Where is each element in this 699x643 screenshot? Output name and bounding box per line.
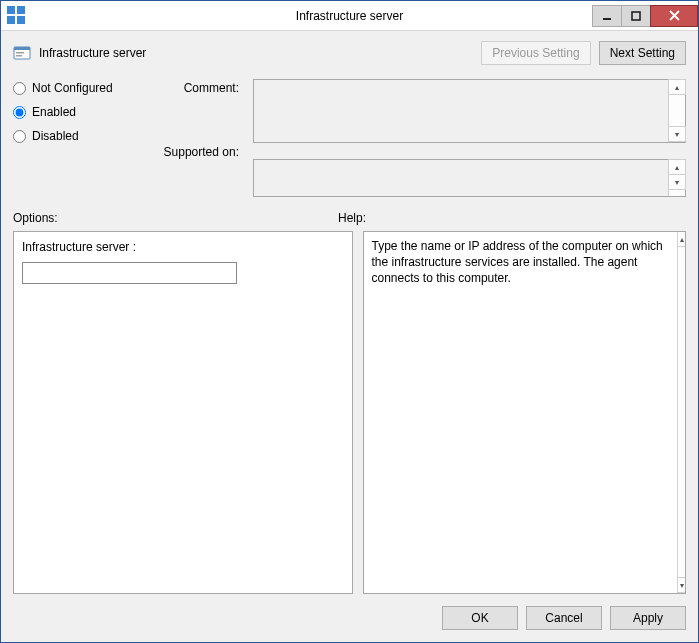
radio-enabled[interactable]: Enabled [13, 105, 143, 119]
help-text: Type the name or IP address of the compu… [364, 232, 678, 593]
help-section-label: Help: [338, 211, 366, 225]
scroll-up-icon[interactable]: ▴ [668, 159, 686, 175]
radio-disabled-input[interactable] [13, 130, 26, 143]
scroll-up-icon[interactable]: ▴ [668, 79, 686, 95]
titlebar: Infrastructure server [1, 1, 698, 31]
radio-label: Not Configured [32, 81, 113, 95]
config-area: Not Configured Enabled Disabled Comment:… [13, 79, 686, 197]
app-icon [7, 6, 27, 26]
state-radio-group: Not Configured Enabled Disabled [13, 79, 143, 197]
policy-icon [13, 44, 31, 62]
setting-header: Infrastructure server Previous Setting N… [13, 41, 686, 65]
svg-rect-5 [16, 55, 22, 57]
close-button[interactable] [650, 5, 698, 27]
minimize-icon [602, 11, 612, 21]
comment-scrollbar: ▴ ▾ [668, 80, 685, 142]
supported-on-label: Supported on: [157, 145, 239, 159]
scroll-down-icon[interactable]: ▾ [677, 577, 686, 593]
ok-button[interactable]: OK [442, 606, 518, 630]
svg-rect-0 [603, 18, 611, 20]
option-field-label: Infrastructure server : [22, 240, 344, 254]
maximize-icon [631, 11, 641, 21]
radio-label: Disabled [32, 129, 79, 143]
cancel-button[interactable]: Cancel [526, 606, 602, 630]
comment-field-wrap: ▴ ▾ [253, 79, 686, 143]
dialog-footer: OK Cancel Apply [13, 594, 686, 630]
radio-enabled-input[interactable] [13, 106, 26, 119]
radio-not-configured-input[interactable] [13, 82, 26, 95]
options-section-label: Options: [13, 211, 338, 225]
svg-rect-1 [632, 12, 640, 20]
minimize-button[interactable] [592, 5, 622, 27]
help-panel: Type the name or IP address of the compu… [363, 231, 687, 594]
next-setting-button[interactable]: Next Setting [599, 41, 686, 65]
help-scrollbar: ▴ ▾ [677, 232, 685, 593]
comment-field[interactable] [254, 80, 668, 142]
svg-rect-3 [14, 47, 30, 50]
supported-scrollbar: ▴ ▾ [668, 160, 685, 196]
svg-rect-4 [16, 52, 24, 54]
apply-button[interactable]: Apply [610, 606, 686, 630]
options-panel: Infrastructure server : [13, 231, 353, 594]
window-controls [593, 5, 698, 27]
setting-title: Infrastructure server [39, 46, 146, 60]
supported-on-field [254, 160, 668, 196]
previous-setting-button[interactable]: Previous Setting [481, 41, 590, 65]
maximize-button[interactable] [621, 5, 651, 27]
supported-on-field-wrap: ▴ ▾ [253, 159, 686, 197]
scroll-down-icon[interactable]: ▾ [668, 126, 686, 142]
radio-not-configured[interactable]: Not Configured [13, 81, 143, 95]
comment-label: Comment: [157, 81, 239, 145]
infrastructure-server-input[interactable] [22, 262, 237, 284]
scroll-up-icon[interactable]: ▴ [677, 231, 686, 247]
radio-label: Enabled [32, 105, 76, 119]
close-icon [669, 10, 680, 21]
gpo-editor-window: Infrastructure server Infrastructure ser… [0, 0, 699, 643]
scroll-down-icon[interactable]: ▾ [668, 174, 686, 190]
radio-disabled[interactable]: Disabled [13, 129, 143, 143]
